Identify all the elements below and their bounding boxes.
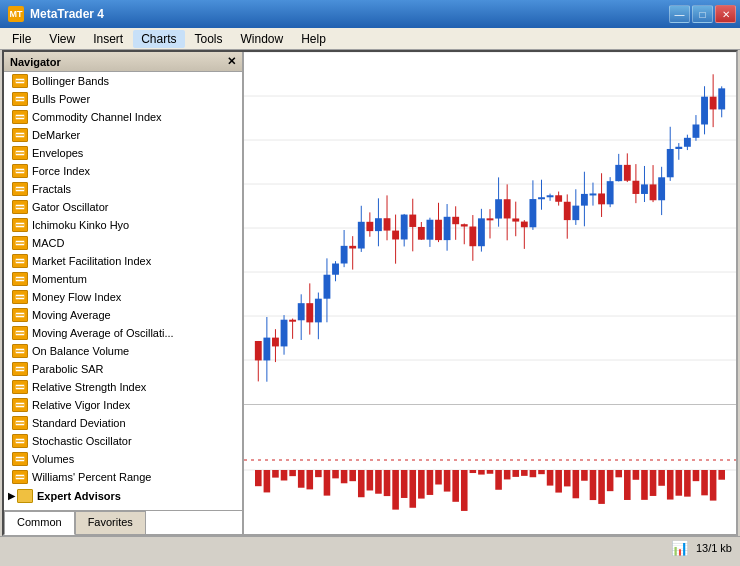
nav-item[interactable]: Gator Oscillator — [4, 198, 242, 216]
navigator-panel: Navigator ✕ Bollinger BandsBulls PowerCo… — [4, 52, 244, 534]
indicator-label: Gator Oscillator — [32, 201, 108, 213]
indicator-label: Commodity Channel Index — [32, 111, 162, 123]
indicator-icon — [12, 398, 28, 412]
nav-item[interactable]: Bollinger Bands — [4, 72, 242, 90]
navigator-close[interactable]: ✕ — [227, 55, 236, 68]
indicator-icon — [12, 362, 28, 376]
indicator-icon — [12, 128, 28, 142]
title-bar: MT MetaTrader 4 — □ ✕ — [0, 0, 740, 28]
menu-file[interactable]: File — [4, 30, 39, 48]
indicator-icon — [12, 290, 28, 304]
chart-icon: 📊 — [671, 540, 688, 556]
close-button[interactable]: ✕ — [715, 5, 736, 23]
nav-item[interactable]: Momentum — [4, 270, 242, 288]
indicator-label: On Balance Volume — [32, 345, 129, 357]
navigator-title: Navigator — [10, 56, 61, 68]
nav-item[interactable]: MACD — [4, 234, 242, 252]
title-text: MetaTrader 4 — [30, 7, 104, 21]
indicator-icon — [12, 272, 28, 286]
indicator-label: Stochastic Oscillator — [32, 435, 132, 447]
indicator-label: Relative Strength Index — [32, 381, 146, 393]
indicator-icon — [12, 434, 28, 448]
menu-view[interactable]: View — [41, 30, 83, 48]
indicator-label: DeMarker — [32, 129, 80, 141]
indicator-icon — [12, 74, 28, 88]
menu-insert[interactable]: Insert — [85, 30, 131, 48]
nav-item[interactable]: Williams' Percent Range — [4, 468, 242, 486]
indicator-label: Envelopes — [32, 147, 83, 159]
indicator-label: Relative Vigor Index — [32, 399, 130, 411]
menu-window[interactable]: Window — [233, 30, 292, 48]
tab-favorites[interactable]: Favorites — [75, 511, 146, 534]
nav-item[interactable]: Relative Vigor Index — [4, 396, 242, 414]
indicator-icon — [12, 308, 28, 322]
folder-label: Expert Advisors — [37, 490, 121, 502]
indicator-icon — [12, 164, 28, 178]
status-right: 📊 13/1 kb — [671, 540, 732, 556]
indicator-label: Moving Average — [32, 309, 111, 321]
indicator-icon — [12, 236, 28, 250]
title-controls: — □ ✕ — [669, 5, 736, 23]
nav-item[interactable]: Force Index — [4, 162, 242, 180]
nav-item[interactable]: On Balance Volume — [4, 342, 242, 360]
app-icon: MT — [8, 6, 24, 22]
nav-item[interactable]: Relative Strength Index — [4, 378, 242, 396]
navigator-tabs: Common Favorites — [4, 510, 242, 534]
nav-item[interactable]: Parabolic SAR — [4, 360, 242, 378]
nav-item[interactable]: Fractals — [4, 180, 242, 198]
navigator-list[interactable]: Bollinger BandsBulls PowerCommodity Chan… — [4, 72, 242, 510]
status-bar: 📊 13/1 kb — [0, 536, 740, 558]
tab-common[interactable]: Common — [4, 511, 75, 535]
nav-item[interactable]: Moving Average of Oscillati... — [4, 324, 242, 342]
nav-item[interactable]: Moving Average — [4, 306, 242, 324]
maximize-button[interactable]: □ — [692, 5, 713, 23]
indicator-icon — [12, 344, 28, 358]
indicator-label: Moving Average of Oscillati... — [32, 327, 174, 339]
nav-item[interactable]: Commodity Channel Index — [4, 108, 242, 126]
candle-canvas — [244, 52, 736, 404]
indicator-label: Standard Deviation — [32, 417, 126, 429]
indicator-label: Bollinger Bands — [32, 75, 109, 87]
indicator-label: Bulls Power — [32, 93, 90, 105]
nav-item[interactable]: Stochastic Oscillator — [4, 432, 242, 450]
candlestick-chart — [244, 52, 736, 404]
indicator-label: Ichimoku Kinko Hyo — [32, 219, 129, 231]
menu-charts[interactable]: Charts — [133, 30, 184, 48]
indicator-label: Volumes — [32, 453, 74, 465]
indicator-icon — [12, 470, 28, 484]
indicator-icon — [12, 200, 28, 214]
nav-folder-expert[interactable]: ▶Expert Advisors — [4, 486, 242, 506]
indicator-icon — [12, 452, 28, 466]
indicator-label: Momentum — [32, 273, 87, 285]
nav-item[interactable]: Standard Deviation — [4, 414, 242, 432]
indicator-icon — [12, 110, 28, 124]
status-info: 13/1 kb — [696, 542, 732, 554]
menu-help[interactable]: Help — [293, 30, 334, 48]
chart-area — [244, 52, 736, 534]
nav-item[interactable]: Ichimoku Kinko Hyo — [4, 216, 242, 234]
indicator-icon — [12, 416, 28, 430]
indicator-icon — [12, 254, 28, 268]
nav-item[interactable]: DeMarker — [4, 126, 242, 144]
indicator-label: MACD — [32, 237, 64, 249]
histogram-chart — [244, 404, 736, 534]
indicator-label: Williams' Percent Range — [32, 471, 151, 483]
indicator-icon — [12, 182, 28, 196]
histogram-canvas — [244, 405, 736, 534]
indicator-icon — [12, 326, 28, 340]
main-area: Navigator ✕ Bollinger BandsBulls PowerCo… — [2, 50, 738, 536]
indicator-label: Force Index — [32, 165, 90, 177]
indicator-icon — [12, 218, 28, 232]
indicator-label: Market Facilitation Index — [32, 255, 151, 267]
nav-item[interactable]: Market Facilitation Index — [4, 252, 242, 270]
menu-tools[interactable]: Tools — [187, 30, 231, 48]
menu-bar: File View Insert Charts Tools Window Hel… — [0, 28, 740, 50]
indicator-icon — [12, 146, 28, 160]
minimize-button[interactable]: — — [669, 5, 690, 23]
nav-item[interactable]: Money Flow Index — [4, 288, 242, 306]
nav-item[interactable]: Envelopes — [4, 144, 242, 162]
indicator-label: Parabolic SAR — [32, 363, 104, 375]
indicator-icon — [12, 92, 28, 106]
nav-item[interactable]: Volumes — [4, 450, 242, 468]
nav-item[interactable]: Bulls Power — [4, 90, 242, 108]
